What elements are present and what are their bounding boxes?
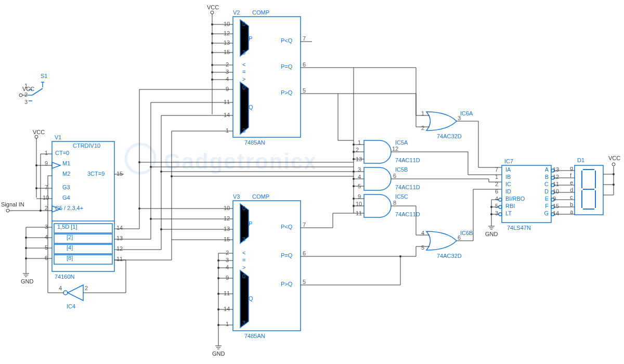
svg-point-140 — [211, 71, 213, 73]
svg-text:VCC: VCC — [33, 129, 45, 135]
svg-point-71 — [25, 257, 27, 259]
svg-point-209 — [217, 277, 219, 279]
svg-text:d: d — [570, 187, 573, 193]
svg-text:15: 15 — [116, 171, 123, 177]
svg-text:12: 12 — [224, 30, 230, 36]
svg-text:IC: IC — [505, 181, 511, 187]
svg-text:V3: V3 — [233, 193, 240, 200]
svg-point-250 — [353, 158, 355, 160]
svg-text:E: E — [545, 196, 549, 202]
svg-text:3: 3 — [242, 320, 245, 326]
svg-text:74AC32D: 74AC32D — [437, 133, 462, 139]
svg-point-253 — [353, 185, 355, 187]
svg-text:f: f — [570, 172, 572, 178]
svg-point-211 — [217, 308, 219, 310]
svg-text:74160N: 74160N — [55, 274, 75, 280]
svg-text:2: 2 — [226, 250, 229, 256]
svg-text:[8]: [8] — [67, 255, 73, 261]
svg-text:12: 12 — [116, 245, 123, 252]
svg-text:1: 1 — [226, 321, 229, 327]
display-d1: D1 gfe dcba VCC — [554, 155, 620, 215]
svg-text:3: 3 — [495, 210, 498, 216]
svg-text:P: P — [249, 35, 252, 42]
svg-text:A: A — [545, 166, 549, 173]
svg-point-252 — [353, 178, 355, 180]
svg-point-248 — [353, 144, 355, 146]
svg-text:15: 15 — [224, 236, 230, 242]
svg-text:5: 5 — [303, 279, 306, 285]
comparator-v2: V2 COMP P Q 03 <=> 03 10121315 234 91114… — [211, 9, 354, 146]
svg-text:3: 3 — [242, 49, 245, 56]
svg-point-142 — [211, 79, 213, 81]
svg-text:[4]: [4] — [67, 244, 73, 251]
svg-text:10: 10 — [224, 21, 230, 27]
svg-text:g: g — [570, 165, 573, 171]
svg-text:P>Q: P>Q — [281, 281, 293, 287]
svg-text:3: 3 — [458, 115, 461, 121]
svg-text:13: 13 — [224, 226, 230, 232]
decoder-ic7: IC7 IA IB IC ID BI/RBO RBI LT A B C D E … — [485, 158, 559, 237]
svg-text:V2: V2 — [233, 9, 240, 16]
svg-point-70 — [25, 247, 27, 249]
svg-text:<: < — [242, 250, 245, 256]
svg-text:5: 5 — [495, 203, 498, 209]
svg-text:74AC11D: 74AC11D — [395, 211, 420, 217]
svg-text:0: 0 — [242, 21, 245, 27]
svg-text:F: F — [545, 203, 549, 209]
svg-text:Q: Q — [249, 295, 253, 302]
svg-text:IC4: IC4 — [67, 303, 75, 309]
svg-text:3: 3 — [242, 127, 245, 134]
svg-point-134 — [211, 42, 213, 44]
svg-text:1: 1 — [226, 127, 229, 134]
svg-text:7: 7 — [303, 35, 306, 42]
svg-text:7: 7 — [303, 222, 306, 228]
svg-text:14: 14 — [224, 112, 230, 118]
svg-text:2: 2 — [24, 92, 28, 98]
svg-text:P<Q: P<Q — [281, 37, 293, 44]
svg-text:S1: S1 — [41, 73, 47, 79]
svg-text:3: 3 — [24, 99, 28, 105]
svg-point-324 — [499, 213, 502, 216]
svg-text:Signal IN: Signal IN — [1, 201, 24, 207]
svg-text:7485AN: 7485AN — [244, 139, 265, 146]
svg-text:8: 8 — [393, 200, 396, 206]
svg-text:G3: G3 — [62, 184, 70, 190]
svg-text:5: 5 — [303, 87, 306, 94]
svg-text:11: 11 — [116, 256, 123, 262]
svg-text:IC5A: IC5A — [395, 139, 408, 146]
svg-text:IC5B: IC5B — [395, 166, 408, 173]
svg-text:G4: G4 — [62, 194, 70, 201]
svg-point-63 — [35, 187, 37, 189]
svg-text:BI/RBO: BI/RBO — [505, 196, 525, 202]
svg-text:2: 2 — [226, 61, 229, 68]
svg-text:>: > — [242, 264, 245, 270]
svg-point-207 — [217, 259, 219, 262]
svg-text:2: 2 — [85, 285, 88, 291]
svg-text:5: 5 — [421, 244, 424, 251]
svg-text:P=Q: P=Q — [281, 63, 293, 70]
svg-text:VCC: VCC — [608, 155, 620, 161]
svg-text:c: c — [570, 194, 573, 200]
svg-marker-42 — [52, 162, 60, 168]
svg-text:IC6A: IC6A — [460, 110, 473, 116]
svg-text:=: = — [242, 69, 245, 75]
svg-point-372 — [612, 163, 615, 166]
svg-text:11: 11 — [224, 99, 230, 105]
comparator-v3: V3 COMP P Q 03 <=> 03 10121315 234 91114… — [138, 193, 416, 357]
svg-text:Gadgetronicx: Gadgetronicx — [164, 149, 317, 174]
svg-text:4: 4 — [226, 264, 229, 270]
svg-text:13: 13 — [224, 40, 230, 46]
svg-text:3CT=9: 3CT=9 — [87, 171, 105, 177]
svg-text:1: 1 — [45, 150, 48, 156]
svg-point-371 — [613, 173, 615, 175]
svg-text:0: 0 — [242, 273, 245, 279]
svg-text:1: 1 — [495, 174, 498, 180]
svg-text:C5 / 2,3,4+: C5 / 2,3,4+ — [55, 205, 83, 211]
svg-text:GND: GND — [485, 231, 498, 237]
svg-text:ID: ID — [505, 188, 511, 194]
svg-rect-41 — [54, 255, 112, 264]
svg-point-130 — [211, 23, 213, 25]
svg-text:G: G — [544, 210, 549, 216]
svg-text:7: 7 — [45, 184, 48, 190]
svg-text:74LS47N: 74LS47N — [507, 225, 531, 231]
